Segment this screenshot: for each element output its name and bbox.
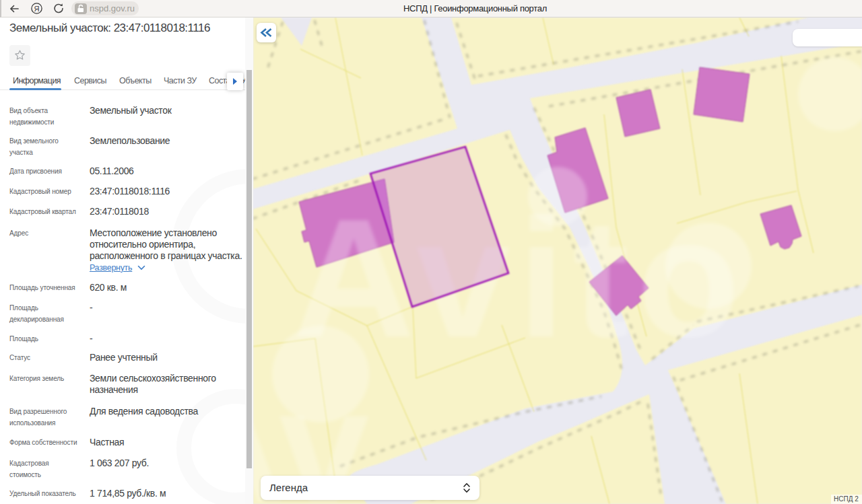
svg-text:Avito: Avito: [293, 184, 748, 372]
svg-text:Я: Я: [34, 5, 40, 13]
